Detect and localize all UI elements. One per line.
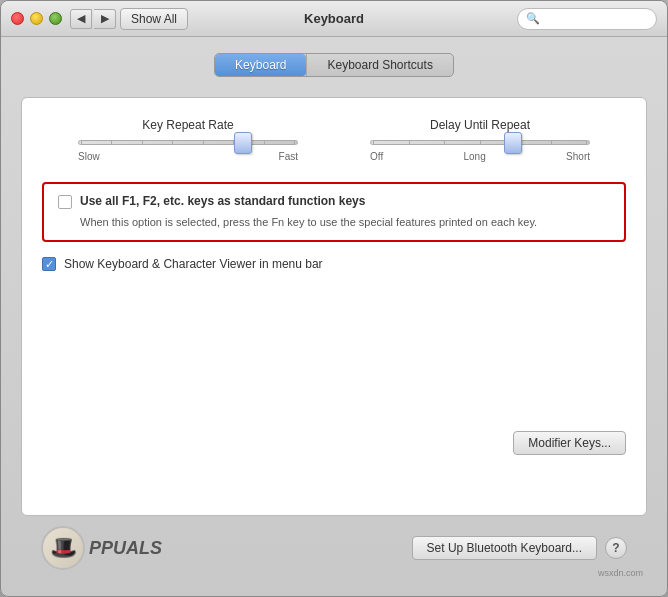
window-title: Keyboard bbox=[304, 11, 364, 26]
key-repeat-track-container bbox=[78, 140, 298, 145]
tab-keyboard-shortcuts[interactable]: Keyboard Shortcuts bbox=[306, 54, 452, 76]
tick bbox=[551, 141, 552, 145]
tick bbox=[142, 141, 143, 145]
sliders-row: Key Repeat Rate bbox=[42, 118, 626, 162]
delay-repeat-track-container bbox=[370, 140, 590, 145]
show-all-button[interactable]: Show All bbox=[120, 8, 188, 30]
tick bbox=[409, 141, 410, 145]
key-repeat-group: Key Repeat Rate bbox=[78, 118, 298, 162]
delay-repeat-ticks bbox=[371, 141, 589, 145]
title-bar: ◀ ▶ Show All Keyboard 🔍 bbox=[1, 1, 667, 37]
tab-keyboard[interactable]: Keyboard bbox=[215, 54, 306, 76]
close-button[interactable] bbox=[11, 12, 24, 25]
fn-keys-row: Use all F1, F2, etc. keys as standard fu… bbox=[58, 194, 610, 209]
help-button[interactable]: ? bbox=[605, 537, 627, 559]
delay-repeat-track bbox=[370, 140, 590, 145]
footer-area: 🎩 PPUALS Set Up Bluetooth Keyboard... ? … bbox=[21, 516, 647, 580]
search-icon: 🔍 bbox=[526, 12, 540, 25]
appuals-logo: 🎩 PPUALS bbox=[41, 526, 162, 570]
delay-repeat-label: Delay Until Repeat bbox=[430, 118, 530, 132]
key-repeat-labels: Slow Fast bbox=[78, 151, 298, 162]
delay-repeat-short-label: Short bbox=[566, 151, 590, 162]
tick bbox=[264, 141, 265, 145]
viewer-label: Show Keyboard & Character Viewer in menu… bbox=[64, 257, 323, 271]
tick bbox=[111, 141, 112, 145]
key-repeat-thumb[interactable] bbox=[234, 132, 252, 154]
modifier-keys-area: Modifier Keys... bbox=[513, 431, 626, 455]
fn-keys-description: When this option is selected, press the … bbox=[80, 215, 610, 230]
tick bbox=[172, 141, 173, 145]
delay-repeat-long-label: Long bbox=[464, 151, 486, 162]
delay-repeat-labels: Off Long Short bbox=[370, 151, 590, 162]
content-area: Keyboard Keyboard Shortcuts Key Repeat R… bbox=[1, 37, 667, 596]
minimize-button[interactable] bbox=[30, 12, 43, 25]
tick bbox=[81, 141, 82, 145]
tick bbox=[373, 141, 374, 145]
modifier-keys-button[interactable]: Modifier Keys... bbox=[513, 431, 626, 455]
nav-buttons: ◀ ▶ bbox=[70, 9, 116, 29]
tick bbox=[294, 141, 295, 145]
tab-bar: Keyboard Keyboard Shortcuts bbox=[21, 53, 647, 77]
viewer-row: Show Keyboard & Character Viewer in menu… bbox=[42, 256, 626, 271]
forward-button[interactable]: ▶ bbox=[94, 9, 116, 29]
search-input[interactable] bbox=[544, 12, 648, 26]
tick bbox=[444, 141, 445, 145]
tick bbox=[203, 141, 204, 145]
maximize-button[interactable] bbox=[49, 12, 62, 25]
window: ◀ ▶ Show All Keyboard 🔍 Keyboard Keyboar… bbox=[0, 0, 668, 597]
delay-repeat-group: Delay Until Repeat bbox=[370, 118, 590, 162]
watermark: wsxdn.com bbox=[598, 568, 643, 578]
footer-buttons: Set Up Bluetooth Keyboard... ? bbox=[412, 536, 627, 560]
delay-repeat-off-label: Off bbox=[370, 151, 383, 162]
key-repeat-max-label: Fast bbox=[279, 151, 298, 162]
key-repeat-track bbox=[78, 140, 298, 145]
delay-repeat-thumb[interactable] bbox=[504, 132, 522, 154]
traffic-lights bbox=[11, 12, 62, 25]
viewer-checkbox[interactable] bbox=[42, 257, 56, 271]
key-repeat-label: Key Repeat Rate bbox=[142, 118, 233, 132]
main-panel: Key Repeat Rate bbox=[21, 97, 647, 516]
tick bbox=[480, 141, 481, 145]
bluetooth-keyboard-button[interactable]: Set Up Bluetooth Keyboard... bbox=[412, 536, 597, 560]
key-repeat-min-label: Slow bbox=[78, 151, 100, 162]
fn-keys-label: Use all F1, F2, etc. keys as standard fu… bbox=[80, 194, 365, 208]
back-button[interactable]: ◀ bbox=[70, 9, 92, 29]
key-repeat-ticks bbox=[79, 141, 297, 145]
tab-group: Keyboard Keyboard Shortcuts bbox=[214, 53, 454, 77]
fn-keys-box: Use all F1, F2, etc. keys as standard fu… bbox=[42, 182, 626, 242]
search-box[interactable]: 🔍 bbox=[517, 8, 657, 30]
fn-keys-checkbox[interactable] bbox=[58, 195, 72, 209]
tick bbox=[586, 141, 587, 145]
